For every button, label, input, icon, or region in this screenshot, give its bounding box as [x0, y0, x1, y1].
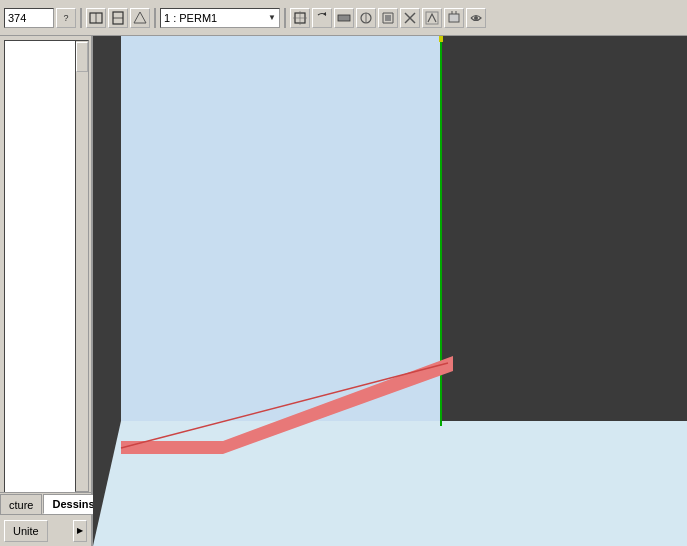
toolbar-help-icon[interactable]: ?: [56, 8, 76, 28]
yellow-top-mark: [439, 36, 443, 42]
toolbar-view-btn-2[interactable]: [108, 8, 128, 28]
main-toolbar: 374 ? 1 : PERM1 ▼: [0, 0, 687, 36]
floor-surface: [93, 421, 687, 546]
bottom-btn-area: Unite ▶: [0, 514, 91, 546]
viewport-svg: [93, 36, 687, 546]
tab-structure[interactable]: cture: [0, 494, 42, 514]
layer-combo-arrow: ▼: [268, 13, 276, 22]
toolbar-extra-btn-3[interactable]: [378, 8, 398, 28]
scrollbar-thumb[interactable]: [76, 42, 88, 72]
svg-point-20: [474, 16, 478, 20]
layer-combo[interactable]: 1 : PERM1 ▼: [160, 8, 280, 28]
toolbar-extra-btn-7[interactable]: [466, 8, 486, 28]
svg-marker-4: [134, 12, 146, 23]
scroll-right-btn[interactable]: ▶: [73, 520, 87, 542]
svg-rect-9: [338, 15, 350, 21]
toolbar-number-input[interactable]: 374: [4, 8, 54, 28]
toolbar-extra-btn-6[interactable]: [444, 8, 464, 28]
viewport-canvas[interactable]: [93, 36, 687, 546]
toolbar-snap-btn[interactable]: [290, 8, 310, 28]
toolbar-extra-btn-4[interactable]: [400, 8, 420, 28]
front-wall: [121, 36, 441, 421]
toolbar-rotate-btn[interactable]: [312, 8, 332, 28]
tab-dessins-label: Dessins: [52, 498, 94, 510]
toolbar-view-btn-3[interactable]: [130, 8, 150, 28]
toolbar-view-btn-1[interactable]: [86, 8, 106, 28]
right-wall: [441, 36, 687, 421]
bottom-tabs: cture Dessins: [0, 492, 91, 514]
toolbar-sep-2: [154, 8, 156, 28]
left-panel: cture Dessins Unite ▶: [0, 36, 93, 546]
svg-marker-8: [323, 12, 326, 16]
toolbar-sep-3: [284, 8, 286, 28]
toolbar-extra-btn-1[interactable]: [334, 8, 354, 28]
tab-structure-label: cture: [9, 499, 33, 511]
toolbar-extra-btn-5[interactable]: [422, 8, 442, 28]
main-layout: cture Dessins Unite ▶: [0, 36, 687, 546]
layer-combo-value: 1 : PERM1: [164, 12, 217, 24]
toolbar-extra-btn-2[interactable]: [356, 8, 376, 28]
unite-button[interactable]: Unite: [4, 520, 48, 542]
panel-scrollbar[interactable]: [75, 40, 89, 492]
svg-rect-17: [449, 14, 459, 22]
toolbar-sep-1: [80, 8, 82, 28]
svg-marker-13: [385, 15, 391, 21]
